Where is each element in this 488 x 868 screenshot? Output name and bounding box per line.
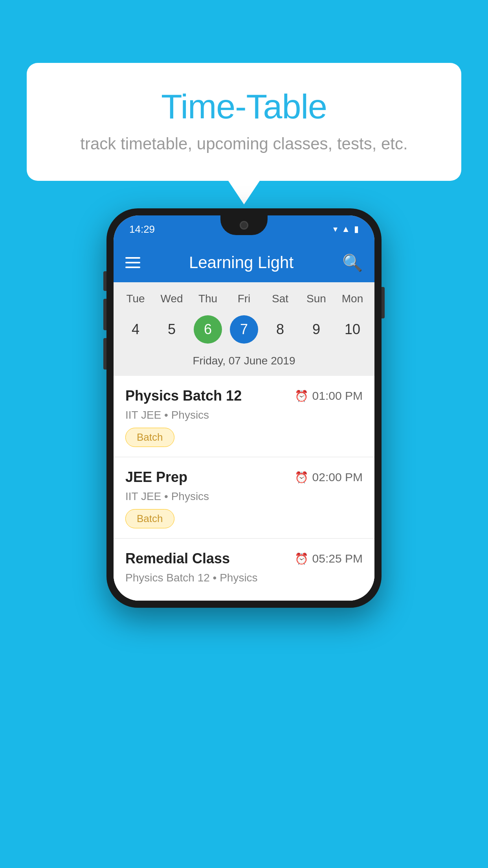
schedule-item-2-header: JEE Prep ⏰ 02:00 PM <box>125 469 363 485</box>
schedule-item-3[interactable]: Remedial Class ⏰ 05:25 PM Physics Batch … <box>114 539 374 601</box>
app-bar: Learning Light 🔍 <box>114 243 374 282</box>
schedule-item-2-subtitle: IIT JEE • Physics <box>125 490 363 503</box>
speech-bubble-card: Time-Table track timetable, upcoming cla… <box>27 63 461 181</box>
app-title: Learning Light <box>152 253 330 272</box>
phone-screen: 14:29 ▾ ▲ ▮ Learning Light 🔍 <box>114 215 374 601</box>
bubble-title: Time-Table <box>58 86 430 127</box>
schedule-item-1-subtitle: IIT JEE • Physics <box>125 409 363 421</box>
battery-icon: ▮ <box>354 224 359 234</box>
day-cell-5[interactable]: 5 <box>154 311 190 348</box>
calendar-strip: Tue Wed Thu Fri Sat Sun Mon 4 5 <box>114 282 374 376</box>
day-header-sat: Sat <box>262 290 298 307</box>
menu-icon[interactable] <box>125 257 140 268</box>
batch-badge-2: Batch <box>125 509 174 528</box>
day-cell-6-today[interactable]: 6 <box>190 311 226 348</box>
notch <box>220 215 268 235</box>
camera <box>240 221 248 230</box>
selected-date-label: Friday, 07 June 2019 <box>117 351 371 372</box>
wifi-icon: ▾ <box>333 224 338 234</box>
schedule-container: Physics Batch 12 ⏰ 01:00 PM IIT JEE • Ph… <box>114 376 374 601</box>
phone-mockup: 14:29 ▾ ▲ ▮ Learning Light 🔍 <box>106 208 382 608</box>
speech-bubble-tail <box>228 181 260 204</box>
schedule-item-1-header: Physics Batch 12 ⏰ 01:00 PM <box>125 388 363 404</box>
side-button-left-2 <box>103 299 106 330</box>
search-icon[interactable]: 🔍 <box>342 253 363 272</box>
day-headers: Tue Wed Thu Fri Sat Sun Mon <box>117 290 371 307</box>
hamburger-line-3 <box>125 267 140 268</box>
day-cell-4[interactable]: 4 <box>117 311 154 348</box>
batch-badge-1: Batch <box>125 428 174 447</box>
speech-bubble-section: Time-Table track timetable, upcoming cla… <box>27 63 461 204</box>
day-header-thu: Thu <box>190 290 226 307</box>
day-numbers: 4 5 6 7 8 9 <box>117 311 371 348</box>
schedule-item-2-time-value: 02:00 PM <box>312 471 363 484</box>
schedule-item-2-title: JEE Prep <box>125 469 187 485</box>
schedule-item-1-time: ⏰ 01:00 PM <box>295 389 363 403</box>
phone-outer-frame: 14:29 ▾ ▲ ▮ Learning Light 🔍 <box>106 208 382 608</box>
status-icons: ▾ ▲ ▮ <box>333 224 359 234</box>
signal-icon: ▲ <box>341 224 350 234</box>
side-button-left-3 <box>103 338 106 370</box>
day-header-sun: Sun <box>298 290 334 307</box>
schedule-item-1[interactable]: Physics Batch 12 ⏰ 01:00 PM IIT JEE • Ph… <box>114 376 374 457</box>
day-cell-10[interactable]: 10 <box>334 311 371 348</box>
day-header-mon: Mon <box>334 290 371 307</box>
day-cell-7-selected[interactable]: 7 <box>226 311 262 348</box>
day-cell-8[interactable]: 8 <box>262 311 298 348</box>
side-button-left-1 <box>103 271 106 291</box>
hamburger-line-1 <box>125 257 140 259</box>
clock-icon-2: ⏰ <box>295 471 308 484</box>
schedule-item-1-time-value: 01:00 PM <box>312 389 363 403</box>
schedule-item-1-title: Physics Batch 12 <box>125 388 242 404</box>
side-button-right <box>382 287 385 318</box>
schedule-item-3-title: Remedial Class <box>125 550 230 567</box>
schedule-item-3-subtitle: Physics Batch 12 • Physics <box>125 572 363 584</box>
clock-icon-3: ⏰ <box>295 552 308 565</box>
clock-icon-1: ⏰ <box>295 390 308 403</box>
schedule-item-2[interactable]: JEE Prep ⏰ 02:00 PM IIT JEE • Physics Ba… <box>114 457 374 539</box>
status-bar: 14:29 ▾ ▲ ▮ <box>114 215 374 243</box>
bubble-subtitle: track timetable, upcoming classes, tests… <box>58 134 430 153</box>
day-cell-9[interactable]: 9 <box>298 311 334 348</box>
day-header-wed: Wed <box>154 290 190 307</box>
day-header-fri: Fri <box>226 290 262 307</box>
hamburger-line-2 <box>125 262 140 263</box>
day-header-tue: Tue <box>117 290 154 307</box>
schedule-item-3-time: ⏰ 05:25 PM <box>295 552 363 565</box>
schedule-item-3-time-value: 05:25 PM <box>312 552 363 565</box>
status-time: 14:29 <box>129 223 155 235</box>
schedule-item-2-time: ⏰ 02:00 PM <box>295 471 363 484</box>
schedule-item-3-header: Remedial Class ⏰ 05:25 PM <box>125 550 363 567</box>
